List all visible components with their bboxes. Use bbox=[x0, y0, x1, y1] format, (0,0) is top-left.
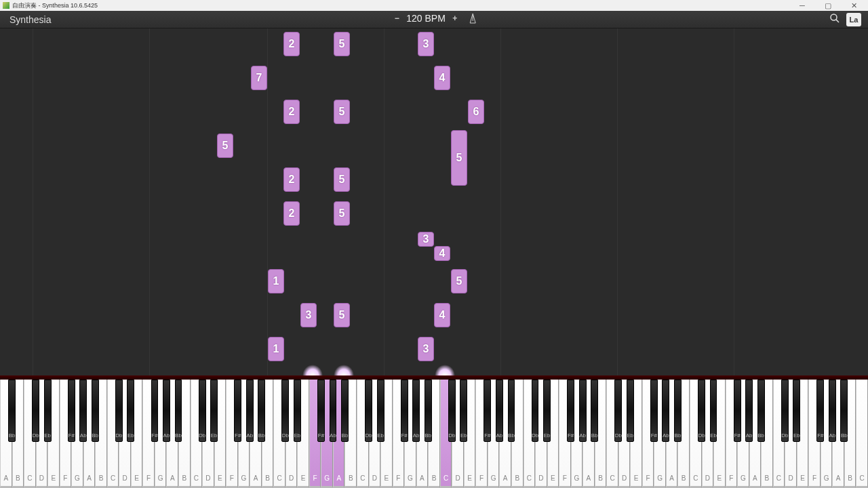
tempo-minus-button[interactable]: − bbox=[391, 14, 402, 23]
maximize-button[interactable]: ▢ bbox=[818, 0, 838, 11]
falling-note: 3 bbox=[418, 32, 434, 56]
falling-note: 5 bbox=[451, 269, 467, 293]
minimize-button[interactable]: ─ bbox=[792, 0, 812, 11]
falling-note: 5 bbox=[451, 130, 467, 186]
black-key[interactable]: Bb bbox=[341, 380, 349, 442]
gridline bbox=[617, 28, 618, 375]
black-key[interactable]: Bb bbox=[175, 380, 182, 442]
window-title: 自由演奏 - Synthesia 10.6.5425 bbox=[12, 1, 98, 10]
close-button[interactable]: ✕ bbox=[844, 0, 864, 11]
black-key[interactable]: Eb bbox=[793, 380, 800, 442]
key-glow bbox=[435, 365, 455, 375]
black-key[interactable]: Bb bbox=[92, 380, 99, 442]
falling-note: 7 bbox=[251, 66, 267, 90]
gridline bbox=[500, 28, 501, 375]
notation-la-button[interactable]: La bbox=[846, 13, 861, 26]
black-key[interactable]: Ab bbox=[412, 380, 420, 442]
search-icon[interactable] bbox=[829, 12, 841, 27]
falling-note: 3 bbox=[418, 232, 434, 247]
falling-note: 2 bbox=[283, 32, 300, 56]
falling-note: 5 bbox=[334, 100, 350, 124]
black-key[interactable]: Bb bbox=[425, 380, 432, 442]
gridline bbox=[267, 28, 268, 375]
falling-note: 2 bbox=[283, 201, 300, 226]
falling-note: 5 bbox=[334, 32, 350, 56]
black-key[interactable]: Db bbox=[365, 380, 372, 442]
black-key[interactable]: Db bbox=[532, 380, 539, 442]
black-key[interactable]: Bb bbox=[674, 380, 682, 442]
falling-note: 1 bbox=[268, 337, 284, 361]
black-key[interactable]: Eb bbox=[460, 380, 467, 442]
black-key[interactable]: Eb bbox=[710, 380, 717, 442]
falling-note: 6 bbox=[468, 100, 484, 124]
black-key[interactable]: Bb bbox=[258, 380, 265, 442]
black-key[interactable]: Eb bbox=[210, 380, 218, 442]
black-key[interactable]: Db bbox=[32, 380, 39, 442]
black-key[interactable]: F# bbox=[816, 380, 824, 442]
black-key[interactable]: F# bbox=[734, 380, 741, 442]
gridline bbox=[384, 28, 384, 375]
black-key[interactable]: F# bbox=[151, 380, 159, 442]
svg-point-0 bbox=[831, 14, 837, 20]
black-key[interactable]: Db bbox=[614, 380, 622, 442]
black-key[interactable]: Db bbox=[448, 380, 456, 442]
black-key[interactable]: Eb bbox=[127, 380, 134, 442]
metronome-icon[interactable] bbox=[469, 13, 477, 24]
black-key[interactable]: Bb bbox=[840, 380, 848, 442]
window-titlebar: 自由演奏 - Synthesia 10.6.5425 ─ ▢ ✕ bbox=[0, 0, 868, 11]
black-key[interactable]: F# bbox=[68, 380, 75, 442]
black-key[interactable]: Db bbox=[281, 380, 289, 442]
falling-note: 5 bbox=[334, 201, 350, 226]
black-key[interactable]: F# bbox=[484, 380, 491, 442]
svg-line-1 bbox=[836, 19, 839, 22]
falling-note: 5 bbox=[217, 134, 233, 158]
black-key[interactable]: F# bbox=[234, 380, 241, 442]
black-key[interactable]: Ab bbox=[579, 380, 587, 442]
black-key[interactable]: Eb bbox=[294, 380, 301, 442]
black-key[interactable]: Ab bbox=[79, 380, 87, 442]
gridline bbox=[33, 28, 33, 375]
black-key[interactable]: F# bbox=[650, 380, 658, 442]
black-key[interactable]: Eb bbox=[377, 380, 384, 442]
black-key[interactable]: Ab bbox=[829, 380, 836, 442]
black-key[interactable]: Ab bbox=[330, 380, 337, 442]
tempo-plus-button[interactable]: + bbox=[450, 14, 460, 23]
black-key[interactable]: Ab bbox=[496, 380, 503, 442]
black-key[interactable]: Bb bbox=[757, 380, 765, 442]
black-key[interactable]: Eb bbox=[44, 380, 52, 442]
falling-note: 3 bbox=[418, 337, 434, 361]
falling-note: 5 bbox=[334, 167, 350, 192]
key-glow bbox=[334, 365, 354, 375]
tempo-value[interactable]: 120 BPM bbox=[406, 13, 446, 24]
brand-label[interactable]: Synthesia bbox=[0, 14, 51, 25]
falling-note: 3 bbox=[300, 303, 317, 327]
black-key[interactable]: Eb bbox=[627, 380, 634, 442]
gridline bbox=[734, 28, 734, 375]
falling-note: 5 bbox=[334, 303, 350, 327]
black-key[interactable]: Ab bbox=[246, 380, 254, 442]
black-key[interactable]: Eb bbox=[543, 380, 551, 442]
falling-note: 1 bbox=[268, 269, 284, 293]
black-key[interactable]: Db bbox=[115, 380, 123, 442]
black-key[interactable]: F# bbox=[567, 380, 574, 442]
black-key[interactable]: F# bbox=[401, 380, 408, 442]
gridline bbox=[149, 28, 150, 375]
key-glow bbox=[302, 365, 323, 375]
black-key[interactable]: Bb bbox=[8, 380, 16, 442]
black-key[interactable]: Ab bbox=[163, 380, 170, 442]
black-key[interactable]: Bb bbox=[508, 380, 515, 442]
falling-note: 4 bbox=[434, 246, 450, 261]
black-key[interactable]: Ab bbox=[662, 380, 669, 442]
black-key[interactable]: Bb bbox=[591, 380, 598, 442]
keyboard: ABCDEFGABCDEFGABCDEFGABCDEFGABCDEFGABCDE… bbox=[0, 375, 868, 488]
falling-note: 2 bbox=[283, 167, 300, 192]
black-key[interactable]: Db bbox=[199, 380, 206, 442]
black-key[interactable]: F# bbox=[317, 380, 325, 442]
black-key[interactable]: Ab bbox=[745, 380, 753, 442]
tempo-control: − 120 BPM + bbox=[391, 13, 477, 24]
app-icon bbox=[3, 2, 9, 9]
white-key[interactable]: C bbox=[856, 380, 868, 488]
black-key[interactable]: Db bbox=[781, 380, 789, 442]
black-key[interactable]: Db bbox=[698, 380, 705, 442]
falling-note: 4 bbox=[434, 303, 450, 327]
